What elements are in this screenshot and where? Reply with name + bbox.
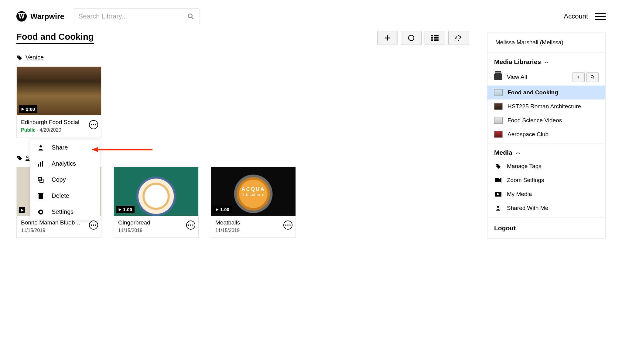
tag-icon: [16, 55, 22, 61]
circle-icon: [408, 34, 415, 42]
play-icon: [494, 192, 502, 197]
svg-rect-5: [431, 37, 433, 39]
library-thumb-icon: [494, 131, 503, 138]
person-icon: [37, 144, 44, 151]
menu-settings[interactable]: Settings: [30, 204, 100, 220]
page-title: Food and Cooking: [16, 32, 94, 44]
thumbnail-overlay-text: ACQUA 1 bicchiere: [241, 186, 265, 197]
card-body: Edinburgh Food Social Public · 4/20/2020: [17, 115, 101, 137]
sidebar-my-media[interactable]: My Media: [487, 187, 605, 201]
duration-badge: 1:00: [214, 206, 232, 213]
svg-point-24: [18, 157, 19, 158]
search-icon: [590, 75, 595, 79]
card-meta: Public · 4/20/2020: [21, 127, 97, 133]
tag-row: Venice: [16, 54, 469, 61]
sidebar-logout[interactable]: Logout: [487, 218, 605, 238]
stack-icon: [494, 74, 502, 80]
add-button[interactable]: [377, 31, 398, 45]
svg-rect-13: [38, 164, 39, 167]
sidebar-lib-food-cooking[interactable]: Food and Cooking: [487, 86, 605, 99]
svg-rect-6: [434, 37, 439, 39]
trash-icon: [37, 193, 44, 199]
more-button[interactable]: [89, 221, 98, 230]
add-library-button[interactable]: ＋: [572, 72, 585, 82]
thumbnail: 1:00: [114, 167, 198, 216]
svg-point-12: [39, 145, 42, 147]
svg-rect-15: [42, 161, 43, 166]
thumbnail: ACQUA 1 bicchiere 1:00: [211, 167, 296, 216]
sort-az-icon: AZ: [454, 34, 463, 42]
menu-icon[interactable]: [595, 13, 606, 20]
svg-point-2: [408, 35, 414, 41]
menu-copy[interactable]: Copy: [30, 172, 100, 188]
account-link[interactable]: Account: [564, 12, 588, 20]
sidebar-manage-tags[interactable]: Manage Tags: [487, 159, 605, 173]
camera-icon: [494, 178, 502, 183]
sidebar-lib-aerospace[interactable]: Aerospace Club: [487, 127, 605, 143]
card-date: 11/15/2019: [215, 228, 291, 233]
svg-point-32: [497, 206, 499, 208]
media-card[interactable]: 2:08 Edinburgh Food Social Public · 4/20…: [16, 66, 101, 137]
list-icon: [431, 35, 439, 41]
sidebar-view-all[interactable]: View All ＋: [487, 69, 605, 86]
card-title: Gingerbread: [118, 219, 182, 226]
svg-rect-8: [434, 39, 439, 41]
card-body: Gingerbread 11/15/2019: [114, 216, 198, 238]
duration-badge: 2:08: [19, 105, 37, 113]
sidebar-lib-food-science[interactable]: Food Science Videos: [487, 113, 605, 127]
svg-text:A: A: [455, 36, 458, 40]
svg-rect-3: [431, 35, 433, 36]
context-menu: Share Analytics Copy Delete: [30, 139, 100, 220]
more-button[interactable]: [283, 221, 292, 230]
menu-analytics[interactable]: Analytics: [30, 156, 100, 172]
svg-text:Z: Z: [459, 36, 461, 40]
search-box: [73, 8, 200, 24]
sidebar-user: Melissa Marshall (Melissa): [487, 32, 605, 53]
search-library-button[interactable]: [586, 72, 599, 82]
person-icon: [494, 205, 502, 211]
svg-rect-18: [39, 194, 43, 199]
card-title: Meatballs: [215, 219, 279, 226]
sidebar-zoom-settings[interactable]: Zoom Settings: [487, 173, 605, 187]
chevron-up-icon: ︿: [545, 59, 549, 65]
more-button[interactable]: [186, 221, 195, 230]
media-card[interactable]: 1:00 Gingerbread 11/15/2019: [114, 167, 199, 238]
sidebar-lib-hst225[interactable]: HST225 Roman Architecture: [487, 99, 605, 113]
card-date: 11/15/2019: [118, 228, 194, 233]
header: W Warpwire Account: [0, 0, 622, 31]
header-right: Account: [564, 12, 606, 20]
menu-share[interactable]: Share: [30, 140, 100, 156]
tag-link[interactable]: Venice: [26, 54, 44, 61]
sort-button[interactable]: AZ: [448, 31, 469, 45]
record-button[interactable]: [401, 31, 422, 45]
media-card[interactable]: ACQUA 1 bicchiere 1:00 Meatballs 11/15/2…: [211, 167, 296, 238]
svg-marker-29: [499, 178, 501, 183]
logo-mark-icon: W: [16, 11, 27, 22]
svg-rect-4: [434, 35, 439, 36]
view-list-button[interactable]: [425, 31, 445, 45]
svg-point-25: [591, 76, 593, 78]
sidebar-heading-media[interactable]: Media ︿: [487, 143, 605, 159]
card-date: 11/15/2019: [21, 228, 97, 233]
cards-row-1: 2:08 Edinburgh Food Social Public · 4/20…: [16, 66, 469, 137]
chevron-up-icon: ︿: [516, 150, 520, 155]
search-input[interactable]: [79, 12, 187, 20]
library-thumb-icon: [494, 103, 503, 110]
thumbnail: 2:08: [17, 67, 101, 115]
svg-rect-14: [40, 162, 41, 167]
chart-icon: [37, 160, 44, 167]
visibility-badge: Public: [21, 127, 36, 133]
card-date: 4/20/2020: [39, 127, 61, 133]
sidebar-heading-libraries[interactable]: Media Libraries ︿: [487, 53, 605, 69]
menu-delete[interactable]: Delete: [30, 188, 100, 204]
library-thumb-icon: [494, 117, 503, 124]
search-icon: [187, 13, 194, 20]
svg-rect-28: [495, 178, 499, 182]
logo[interactable]: W Warpwire: [16, 11, 64, 22]
annotation-arrow: [92, 146, 152, 153]
tag-link[interactable]: S: [26, 154, 29, 161]
sidebar-shared-with-me[interactable]: Shared With Me: [487, 201, 605, 217]
svg-point-0: [188, 14, 192, 18]
tag-icon: [494, 163, 502, 169]
more-button[interactable]: [89, 120, 98, 129]
